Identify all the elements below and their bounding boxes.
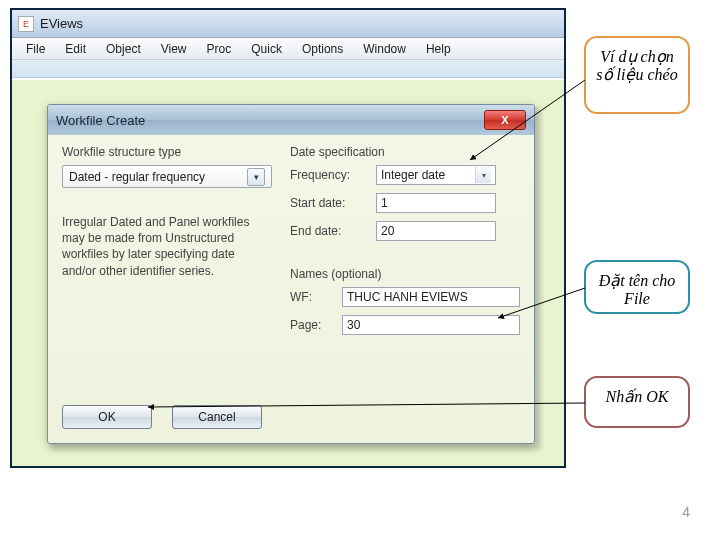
app-title: EViews: [40, 16, 83, 31]
menu-object[interactable]: Object: [96, 40, 151, 58]
menu-file[interactable]: File: [16, 40, 55, 58]
start-date-value: 1: [381, 196, 388, 210]
chevron-down-icon: ▾: [475, 167, 491, 183]
frequency-combo[interactable]: Integer date ▾: [376, 165, 496, 185]
wf-name-input[interactable]: THUC HANH EVIEWS: [342, 287, 520, 307]
annotation-callout-1: Ví dụ chọn số liệu chéo: [584, 36, 690, 114]
close-button[interactable]: X: [484, 110, 526, 130]
annotation-callout-2: Đặt tên cho File: [584, 260, 690, 314]
structure-type-value: Dated - regular frequency: [69, 170, 205, 184]
frequency-label: Frequency:: [290, 168, 368, 182]
workfile-create-dialog: Workfile Create X Workfile structure typ…: [47, 104, 535, 444]
page-value: 30: [347, 318, 360, 332]
structure-type-combo[interactable]: Dated - regular frequency ▾: [62, 165, 272, 188]
dialog-title: Workfile Create: [56, 113, 145, 128]
date-spec-label: Date specification: [290, 145, 520, 159]
cancel-label: Cancel: [198, 410, 235, 424]
end-date-input[interactable]: 20: [376, 221, 496, 241]
menubar: File Edit Object View Proc Quick Options…: [12, 38, 564, 60]
start-date-label: Start date:: [290, 196, 368, 210]
dialog-titlebar[interactable]: Workfile Create X: [48, 105, 534, 135]
page-label: Page:: [290, 318, 334, 332]
page-input[interactable]: 30: [342, 315, 520, 335]
menu-help[interactable]: Help: [416, 40, 461, 58]
start-date-input[interactable]: 1: [376, 193, 496, 213]
annotation-callout-3: Nhấn OK: [584, 376, 690, 428]
menu-options[interactable]: Options: [292, 40, 353, 58]
ok-button[interactable]: OK: [62, 405, 152, 429]
toolbar-band: [12, 60, 564, 78]
names-group-label: Names (optional): [290, 267, 520, 281]
menu-proc[interactable]: Proc: [197, 40, 242, 58]
slide-page-number: 4: [682, 504, 690, 520]
close-icon: X: [501, 114, 508, 126]
menu-view[interactable]: View: [151, 40, 197, 58]
menu-edit[interactable]: Edit: [55, 40, 96, 58]
structure-type-label: Workfile structure type: [62, 145, 272, 159]
app-titlebar: E EViews: [12, 10, 564, 38]
workspace: Workfile Create X Workfile structure typ…: [12, 80, 564, 466]
frequency-value: Integer date: [381, 168, 445, 182]
end-date-label: End date:: [290, 224, 368, 238]
menu-window[interactable]: Window: [353, 40, 416, 58]
screenshot-frame: E EViews File Edit Object View Proc Quic…: [10, 8, 566, 468]
wf-name-value: THUC HANH EVIEWS: [347, 290, 468, 304]
app-icon: E: [18, 16, 34, 32]
chevron-down-icon: ▾: [247, 168, 265, 186]
end-date-value: 20: [381, 224, 394, 238]
structure-hint-text: Irregular Dated and Panel workfiles may …: [62, 214, 272, 279]
cancel-button[interactable]: Cancel: [172, 405, 262, 429]
ok-label: OK: [98, 410, 115, 424]
menu-quick[interactable]: Quick: [241, 40, 292, 58]
wf-label: WF:: [290, 290, 334, 304]
